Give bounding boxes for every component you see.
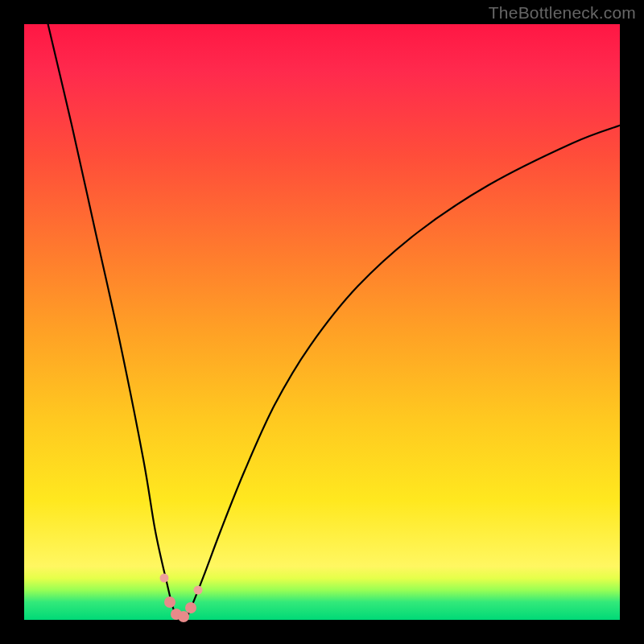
curve-marker bbox=[164, 597, 175, 608]
curve-marker bbox=[159, 574, 168, 583]
plot-area bbox=[24, 24, 620, 620]
watermark-text: TheBottleneck.com bbox=[489, 3, 636, 23]
curve-marker bbox=[194, 586, 203, 595]
chart-frame: TheBottleneck.com bbox=[0, 0, 644, 644]
curve-marker bbox=[185, 602, 196, 613]
bottleneck-curve bbox=[24, 24, 620, 620]
